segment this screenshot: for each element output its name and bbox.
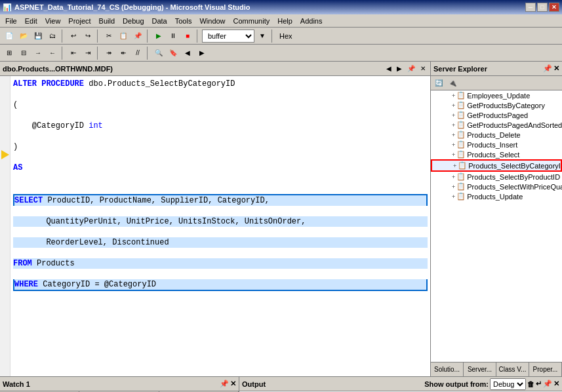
se-tab-solution[interactable]: Solutio... <box>431 363 464 376</box>
expand-icon: + <box>453 163 456 169</box>
se-refresh-button[interactable]: 🔄 <box>432 77 445 90</box>
close-button[interactable]: ✕ <box>549 3 559 12</box>
proc-icon: 📋 <box>456 111 466 119</box>
output-title: Output <box>242 380 266 388</box>
undo-button[interactable]: ↩ <box>67 29 80 43</box>
output-header: Output Show output from: Debug 🗑 ↵ 📌 ✕ <box>239 377 562 391</box>
tb2-btn6[interactable]: ⇥ <box>81 47 94 60</box>
proc-icon: 📋 <box>456 182 466 191</box>
open-button[interactable]: 📂 <box>17 29 30 43</box>
menu-file[interactable]: File <box>1 16 21 26</box>
tb2-comment[interactable]: // <box>131 47 144 60</box>
menu-community[interactable]: Community <box>230 16 274 26</box>
tb2-find[interactable]: 🔍 <box>152 47 165 60</box>
code-content[interactable]: ALTER PROCEDURE dbo.Products_SelectByCat… <box>10 76 430 376</box>
save-button[interactable]: 💾 <box>31 29 45 43</box>
tb2-bm-next[interactable]: ▶ <box>195 47 209 60</box>
cut-button[interactable]: ✂ <box>102 29 115 43</box>
output-close-button[interactable]: ✕ <box>553 380 559 388</box>
expand-icon: + <box>452 132 455 138</box>
output-word-wrap-button[interactable]: ↵ <box>536 380 542 388</box>
se-close-button[interactable]: ✕ <box>553 64 559 73</box>
se-connect-button[interactable]: 🔌 <box>446 77 459 90</box>
output-source-select[interactable]: Debug <box>490 378 526 390</box>
se-item-products-update[interactable]: + 📋 Products_Update <box>431 191 562 201</box>
se-item-products-delete[interactable]: + 📋 Products_Delete <box>431 130 562 140</box>
expand-icon: + <box>452 174 455 180</box>
new-project-button[interactable]: 📄 <box>3 29 16 43</box>
se-content[interactable]: + 📋 Employees_Update + 📋 GetProductsByCa… <box>431 90 562 362</box>
start-debug-button[interactable]: ▶ <box>152 29 165 43</box>
se-item-products-select[interactable]: + 📋 Products_Select <box>431 149 562 159</box>
editor-tab-title[interactable]: dbo.Products...ORTHWND.MDF) <box>3 65 113 73</box>
se-header: Server Explorer 📌 ✕ <box>431 62 562 76</box>
minimize-button[interactable]: ─ <box>525 3 536 12</box>
se-item-getproductsbycategory[interactable]: + 📋 GetProductsByCategory <box>431 100 562 110</box>
menu-bar: File Edit View Project Build Debug Data … <box>0 14 562 28</box>
menu-edit[interactable]: Edit <box>21 16 41 26</box>
se-tabs: Solutio... Server... Class V... Proper..… <box>431 362 562 376</box>
separator-1 <box>62 29 64 43</box>
menu-window[interactable]: Window <box>195 16 229 26</box>
editor-header: dbo.Products...ORTHWND.MDF) ◀ ▶ 📌 ✕ <box>0 62 430 76</box>
copy-button[interactable]: 📋 <box>117 29 130 43</box>
tb2-bookmark[interactable]: 🔖 <box>167 47 180 60</box>
watch-close-button[interactable]: ✕ <box>230 380 236 388</box>
watch-pin-button[interactable]: 📌 <box>220 380 229 388</box>
menu-project[interactable]: Project <box>64 16 94 26</box>
debug-target-combo[interactable]: buffer <box>202 29 254 43</box>
se-item-getproductspaged[interactable]: + 📋 GetProductsPaged <box>431 110 562 120</box>
menu-debug[interactable]: Debug <box>119 16 148 26</box>
tb2-unindent[interactable]: ↞ <box>117 47 130 60</box>
se-item-products-selectbyproductid[interactable]: + 📋 Products_SelectByProductID <box>431 172 562 182</box>
toolbar-2: ⊞ ⊟ → ← ⇤ ⇥ ↠ ↞ // 🔍 🔖 ◀ ▶ <box>0 45 562 62</box>
tb2-btn3[interactable]: → <box>31 47 45 60</box>
paste-button[interactable]: 📌 <box>131 29 144 43</box>
code-area[interactable]: ALTER PROCEDURE dbo.Products_SelectByCat… <box>0 76 430 376</box>
tb2-btn1[interactable]: ⊞ <box>3 47 16 60</box>
proc-icon: 📋 <box>458 161 467 170</box>
tb2-indent[interactable]: ↠ <box>102 47 115 60</box>
save-all-button[interactable]: 🗂 <box>46 29 59 43</box>
menu-tools[interactable]: Tools <box>171 16 196 26</box>
tb2-btn4[interactable]: ← <box>46 47 59 60</box>
redo-button[interactable]: ↪ <box>81 29 94 43</box>
se-item-products-selectwithpricequartle[interactable]: + 📋 Products_SelectWithPriceQuartle <box>431 182 562 191</box>
se-item-products-selectbycategoryid[interactable]: + 📋 Products_SelectByCategoryID <box>431 159 562 172</box>
se-item-getproductspagedandsorted[interactable]: + 📋 GetProductsPagedAndSorted <box>431 120 562 130</box>
editor-scroll-left[interactable]: ◀ <box>384 65 393 72</box>
menu-addins[interactable]: Addins <box>296 16 327 26</box>
maximize-button[interactable]: □ <box>537 3 548 12</box>
expand-icon: + <box>452 193 455 200</box>
tb2-btn5[interactable]: ⇤ <box>67 47 80 60</box>
se-item-employees-update[interactable]: + 📋 Employees_Update <box>431 90 562 100</box>
se-item-label: Products_SelectByCategoryID <box>468 162 562 170</box>
tb2-sep2 <box>97 47 100 60</box>
output-pin-button[interactable]: 📌 <box>543 380 552 388</box>
menu-view[interactable]: View <box>41 16 65 26</box>
editor-close[interactable]: ✕ <box>418 65 428 72</box>
editor-scroll-right[interactable]: ▶ <box>395 65 404 72</box>
se-tab-classview[interactable]: Class V... <box>496 363 529 376</box>
proc-icon: 📋 <box>456 150 466 159</box>
se-tab-properties[interactable]: Proper... <box>529 363 562 376</box>
se-pin-button[interactable]: 📌 <box>543 64 552 73</box>
expand-icon: + <box>452 112 455 119</box>
editor-pin[interactable]: 📌 <box>405 65 417 72</box>
title-text: ASPNET_Data_Tutorial_74_CS (Debugging) -… <box>14 3 251 11</box>
combo-dropdown[interactable]: ▼ <box>256 29 269 43</box>
tb2-bm-prev[interactable]: ◀ <box>181 47 194 60</box>
menu-build[interactable]: Build <box>95 16 119 26</box>
se-item-products-insert[interactable]: + 📋 Products_Insert <box>431 140 562 149</box>
se-item-label: Employees_Update <box>467 92 530 100</box>
expand-icon: + <box>452 122 455 128</box>
se-item-label: GetProductsPaged <box>467 111 528 119</box>
watch-title: Watch 1 <box>3 380 30 388</box>
pause-button[interactable]: ⏸ <box>167 29 180 43</box>
stop-button[interactable]: ■ <box>181 29 194 43</box>
tb2-btn2[interactable]: ⊟ <box>17 47 30 60</box>
menu-help[interactable]: Help <box>273 16 296 26</box>
se-tab-server[interactable]: Server... <box>464 363 496 376</box>
menu-data[interactable]: Data <box>148 16 171 26</box>
output-clear-button[interactable]: 🗑 <box>527 380 534 388</box>
